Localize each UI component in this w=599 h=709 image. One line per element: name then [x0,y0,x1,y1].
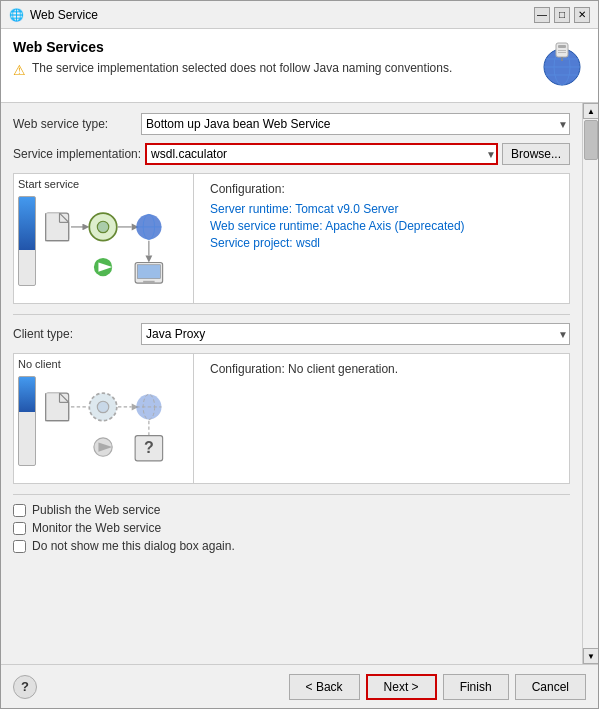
no-show-checkbox[interactable] [13,540,26,553]
start-service-label: Start service [18,178,189,190]
header-with-globe: Web Services ⚠ The service implementatio… [13,39,586,94]
svg-rect-9 [558,52,566,53]
client-type-row: Client type: Java Proxy ▼ [13,323,570,345]
scroll-up-arrow[interactable]: ▲ [583,103,598,119]
start-service-diagram-panel: Start service [14,174,194,303]
warning-icon: ⚠ [13,62,26,78]
start-service-svg [40,196,189,299]
svg-rect-26 [143,281,154,283]
publish-label[interactable]: Publish the Web service [32,503,161,517]
section-divider-2 [13,494,570,495]
svg-point-16 [97,221,108,232]
no-client-content-row: ? [18,376,189,479]
svg-rect-25 [137,265,160,279]
minimize-button[interactable]: — [534,7,550,23]
web-service-type-select[interactable]: Bottom up Java bean Web Service [141,113,570,135]
service-implementation-row: Service implementation: ▼ Browse... [13,143,570,165]
scroll-down-arrow[interactable]: ▼ [583,648,598,664]
monitor-checkbox[interactable] [13,522,26,535]
svg-text:?: ? [144,438,154,456]
footer-buttons: < Back Next > Finish Cancel [289,674,586,700]
title-bar-left: 🌐 Web Service [9,8,98,22]
web-service-dialog: 🌐 Web Service — □ ✕ Web Services ⚠ The s… [0,0,599,709]
section-divider-1 [13,314,570,315]
web-service-type-label: Web service type: [13,117,133,131]
browse-button[interactable]: Browse... [502,143,570,165]
main-scroll: Web service type: Bottom up Java bean We… [1,103,582,664]
svg-marker-23 [145,256,152,263]
globe-image [538,39,586,94]
footer-section: ? < Back Next > Finish Cancel [1,664,598,708]
monitor-label[interactable]: Monitor the Web service [32,521,161,535]
warning-text: The service implementation selected does… [32,61,452,75]
service-implementation-label: Service implementation: [13,147,141,161]
publish-checkbox[interactable] [13,504,26,517]
svg-point-35 [97,401,108,412]
scroll-track-inner [583,119,598,648]
client-type-label: Client type: [13,327,133,341]
service-project-link[interactable]: Service project: wsdl [210,236,561,250]
start-service-section: Start service [13,173,570,304]
configuration-title: Configuration: [210,182,561,196]
service-implementation-input-wrapper: ▼ [145,143,498,165]
diagram-content-row [18,196,189,299]
page-title: Web Services [13,39,528,55]
close-button[interactable]: ✕ [574,7,590,23]
client-slider[interactable] [18,376,36,466]
client-type-select-wrapper: Java Proxy ▼ [141,323,570,345]
no-show-label[interactable]: Do not show me this dialog box again. [32,539,235,553]
header-section: Web Services ⚠ The service implementatio… [1,29,598,103]
server-runtime-link[interactable]: Server runtime: Tomcat v9.0 Server [210,202,561,216]
client-type-select[interactable]: Java Proxy [141,323,570,345]
no-show-checkbox-row: Do not show me this dialog box again. [13,539,570,553]
web-service-type-select-wrapper: Bottom up Java bean Web Service ▼ [141,113,570,135]
cancel-button[interactable]: Cancel [515,674,586,700]
client-config-text: Configuration: No client generation. [210,362,561,376]
svg-rect-8 [558,50,566,51]
globe-svg [538,39,586,91]
publish-checkbox-row: Publish the Web service [13,503,570,517]
web-service-type-row: Web service type: Bottom up Java bean We… [13,113,570,135]
web-service-runtime-link[interactable]: Web service runtime: Apache Axis (Deprec… [210,219,561,233]
footer-left: ? [13,675,37,699]
header-text-part: Web Services ⚠ The service implementatio… [13,39,528,78]
no-client-section: No client [13,353,570,484]
scroll-thumb[interactable] [584,120,598,160]
back-button[interactable]: < Back [289,674,360,700]
finish-button[interactable]: Finish [443,674,509,700]
service-slider[interactable] [18,196,36,286]
window-title: Web Service [30,8,98,22]
maximize-button[interactable]: □ [554,7,570,23]
scrollbar[interactable]: ▲ ▼ [582,103,598,664]
no-client-config-panel: Configuration: No client generation. [202,354,569,483]
warning-row: ⚠ The service implementation selected do… [13,61,528,78]
window-icon: 🌐 [9,8,24,22]
monitor-checkbox-row: Monitor the Web service [13,521,570,535]
no-client-diagram-panel: No client [14,354,194,483]
select-arrow-impl: ▼ [486,149,496,160]
svg-rect-7 [558,45,566,48]
main-content-area: Web service type: Bottom up Java bean We… [1,103,598,664]
no-client-svg: ? [40,376,189,479]
title-bar-controls: — □ ✕ [534,7,590,23]
start-service-config-panel: Configuration: Server runtime: Tomcat v9… [202,174,569,303]
title-bar: 🌐 Web Service — □ ✕ [1,1,598,29]
help-button[interactable]: ? [13,675,37,699]
service-implementation-input[interactable] [145,143,498,165]
next-button[interactable]: Next > [366,674,437,700]
no-client-label: No client [18,358,189,370]
